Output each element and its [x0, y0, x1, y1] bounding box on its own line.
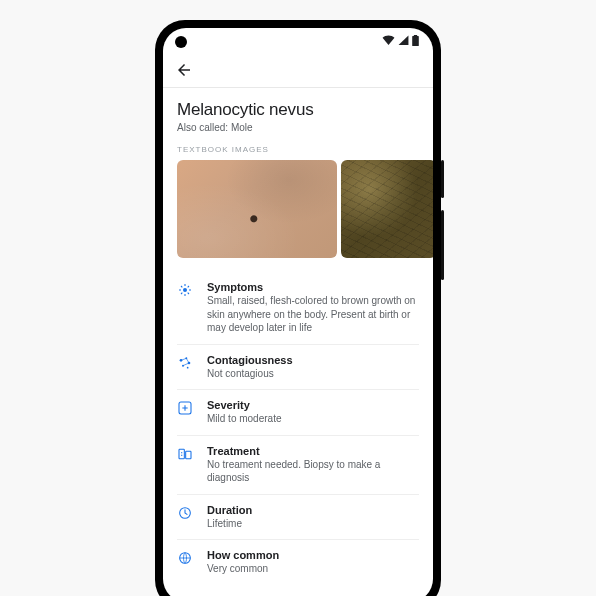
- list-item-severity: Severity Mild to moderate: [177, 390, 419, 436]
- svg-point-0: [183, 288, 187, 292]
- duration-icon: [177, 504, 195, 531]
- info-list: Symptoms Small, raised, flesh-colored to…: [177, 272, 419, 585]
- svg-point-5: [187, 366, 189, 368]
- textbook-images-row[interactable]: [177, 160, 419, 258]
- item-title: Severity: [207, 399, 419, 411]
- globe-icon: [177, 549, 195, 576]
- phone-frame: Melanocytic nevus Also called: Mole TEXT…: [155, 20, 441, 596]
- item-title: Duration: [207, 504, 419, 516]
- list-item-how-common: How common Very common: [177, 540, 419, 585]
- item-desc: Mild to moderate: [207, 412, 419, 426]
- wifi-icon: [382, 35, 395, 45]
- screen: Melanocytic nevus Also called: Mole TEXT…: [163, 28, 433, 596]
- list-item-treatment: Treatment No treament needed. Biopsy to …: [177, 436, 419, 495]
- page-title: Melanocytic nevus: [177, 100, 419, 120]
- item-title: Treatment: [207, 445, 419, 457]
- item-desc: Lifetime: [207, 517, 419, 531]
- status-bar: [163, 28, 433, 52]
- item-desc: Not contagious: [207, 367, 419, 381]
- textbook-image-1[interactable]: [177, 160, 337, 258]
- treatment-icon: [177, 445, 195, 485]
- power-button: [441, 160, 444, 198]
- contagious-icon: [177, 354, 195, 381]
- volume-button: [441, 210, 444, 280]
- svg-rect-8: [186, 451, 191, 458]
- app-bar: [163, 52, 433, 88]
- camera-hole: [175, 36, 187, 48]
- battery-icon: [412, 35, 419, 46]
- content-area[interactable]: Melanocytic nevus Also called: Mole TEXT…: [163, 88, 433, 596]
- images-section-label: TEXTBOOK IMAGES: [177, 145, 419, 154]
- page-subtitle: Also called: Mole: [177, 122, 419, 133]
- svg-rect-7: [179, 449, 184, 458]
- item-desc: Small, raised, flesh-colored to brown gr…: [207, 294, 419, 335]
- list-item-duration: Duration Lifetime: [177, 495, 419, 541]
- item-title: How common: [207, 549, 419, 561]
- item-title: Symptoms: [207, 281, 419, 293]
- item-title: Contagiousness: [207, 354, 419, 366]
- item-desc: Very common: [207, 562, 419, 576]
- arrow-left-icon: [175, 61, 193, 79]
- textbook-image-2[interactable]: [341, 160, 433, 258]
- symptoms-icon: [177, 281, 195, 335]
- severity-icon: [177, 399, 195, 426]
- back-button[interactable]: [175, 61, 193, 79]
- list-item-symptoms: Symptoms Small, raised, flesh-colored to…: [177, 272, 419, 345]
- item-desc: No treament needed. Biopsy to make a dia…: [207, 458, 419, 485]
- list-item-contagiousness: Contagiousness Not contagious: [177, 345, 419, 391]
- signal-icon: [398, 35, 409, 45]
